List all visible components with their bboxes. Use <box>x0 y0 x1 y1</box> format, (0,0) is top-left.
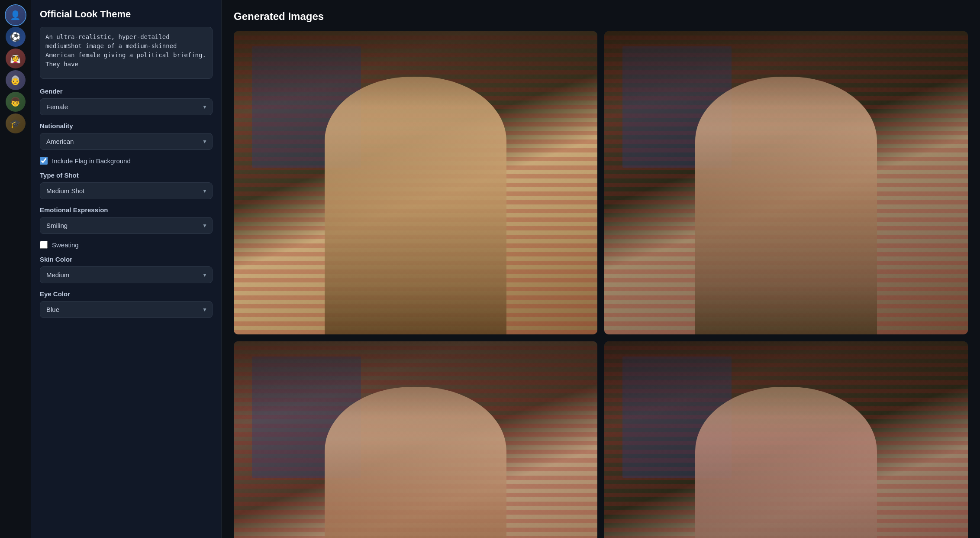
avatar-placeholder-4: 👵 <box>6 70 26 90</box>
image-placeholder-1 <box>234 31 597 334</box>
sweating-label[interactable]: Sweating <box>52 241 79 249</box>
nationality-select[interactable]: AmericanBritishFrenchGermanJapaneseChine… <box>40 133 213 150</box>
nationality-select-wrapper: AmericanBritishFrenchGermanJapaneseChine… <box>40 133 213 150</box>
sidebar: 👤⚽👰👵👦🎓 <box>0 0 31 538</box>
main-title: Generated Images <box>234 10 968 23</box>
shot-type-select-wrapper: Close UpMedium ShotFull BodyWide Shot ▼ <box>40 182 213 199</box>
avatar-placeholder-1: 👤 <box>6 5 26 25</box>
nationality-label: Nationality <box>40 122 213 130</box>
nationality-group: Nationality AmericanBritishFrenchGermanJ… <box>40 122 213 150</box>
gender-select[interactable]: MaleFemaleNon-binary <box>40 98 213 115</box>
shot-type-select[interactable]: Close UpMedium ShotFull BodyWide Shot <box>40 182 213 199</box>
emotion-label: Emotional Expression <box>40 206 213 214</box>
eye-color-group: Eye Color BlueBrownGreenHazelGray ▼ <box>40 290 213 318</box>
sweating-checkbox[interactable] <box>40 241 48 249</box>
emotion-group: Emotional Expression SmilingSeriousSurpr… <box>40 206 213 234</box>
top-overlay-1 <box>234 31 597 107</box>
sweating-row: Sweating <box>40 241 213 249</box>
gender-select-wrapper: MaleFemaleNon-binary ▼ <box>40 98 213 115</box>
top-overlay-4 <box>604 341 968 417</box>
images-grid <box>234 31 968 538</box>
include-flag-row: Include Flag in Background <box>40 157 213 165</box>
shot-type-group: Type of Shot Close UpMedium ShotFull Bod… <box>40 172 213 199</box>
image-card-1[interactable] <box>234 31 597 334</box>
emotion-select[interactable]: SmilingSeriousSurprisedConfidentNeutral <box>40 217 213 234</box>
sidebar-avatar-1[interactable]: 👤 <box>5 4 26 26</box>
sidebar-avatar-2[interactable]: ⚽ <box>5 26 26 48</box>
sidebar-avatar-5[interactable]: 👦 <box>5 91 26 113</box>
sidebar-avatar-3[interactable]: 👰 <box>5 48 26 69</box>
prompt-textarea[interactable] <box>40 27 213 79</box>
skin-color-select[interactable]: LightMediumDarkOlive <box>40 266 213 283</box>
panel-title: Official Look Theme <box>40 9 213 20</box>
avatar-placeholder-6: 🎓 <box>6 113 26 133</box>
image-card-4[interactable] <box>604 341 968 538</box>
avatar-placeholder-3: 👰 <box>6 49 26 68</box>
top-overlay-2 <box>604 31 968 107</box>
left-panel: Official Look Theme Gender MaleFemaleNon… <box>31 0 222 538</box>
image-card-3[interactable] <box>234 341 597 538</box>
skin-color-group: Skin Color LightMediumDarkOlive ▼ <box>40 256 213 283</box>
avatar-placeholder-2: ⚽ <box>6 27 26 47</box>
eye-color-select-wrapper: BlueBrownGreenHazelGray ▼ <box>40 301 213 318</box>
person-silhouette-2 <box>695 77 877 334</box>
image-placeholder-4 <box>604 341 968 538</box>
top-overlay-3 <box>234 341 597 417</box>
sidebar-avatar-6[interactable]: 🎓 <box>5 113 26 134</box>
skin-color-select-wrapper: LightMediumDarkOlive ▼ <box>40 266 213 283</box>
include-flag-checkbox[interactable] <box>40 157 48 165</box>
skin-color-label: Skin Color <box>40 256 213 263</box>
gender-group: Gender MaleFemaleNon-binary ▼ <box>40 88 213 115</box>
eye-color-label: Eye Color <box>40 290 213 298</box>
avatar-placeholder-5: 👦 <box>6 92 26 112</box>
shot-type-label: Type of Shot <box>40 172 213 179</box>
sidebar-avatar-4[interactable]: 👵 <box>5 69 26 91</box>
image-placeholder-2 <box>604 31 968 334</box>
gender-label: Gender <box>40 88 213 95</box>
main-content: Generated Images <box>222 0 980 538</box>
emotion-select-wrapper: SmilingSeriousSurprisedConfidentNeutral … <box>40 217 213 234</box>
include-flag-label[interactable]: Include Flag in Background <box>52 157 131 165</box>
eye-color-select[interactable]: BlueBrownGreenHazelGray <box>40 301 213 318</box>
image-card-2[interactable] <box>604 31 968 334</box>
person-silhouette-1 <box>325 77 506 334</box>
image-placeholder-3 <box>234 341 597 538</box>
